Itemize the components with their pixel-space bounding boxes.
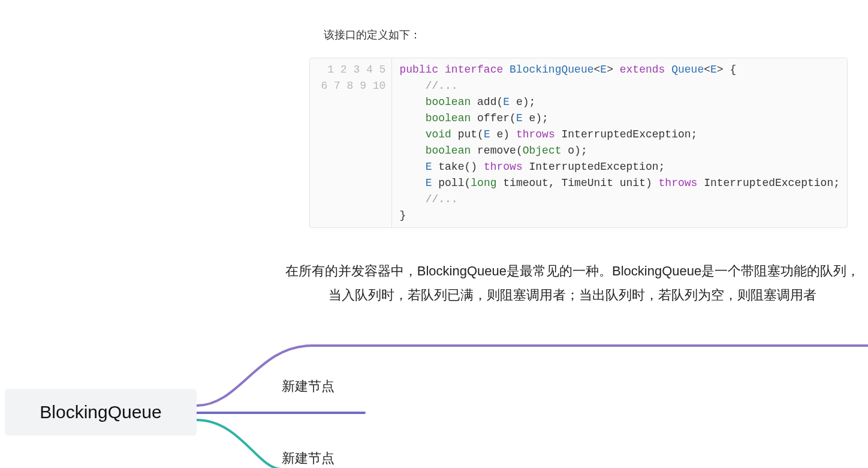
description-text: 在所有的并发容器中，BlockingQueue是最常见的一种。BlockingQ… bbox=[282, 259, 863, 307]
mindmap-root-label: BlockingQueue bbox=[40, 402, 161, 422]
mindmap-child-label: 新建节点 bbox=[282, 451, 334, 466]
mindmap-canvas: 该接口的定义如下： 1 2 3 4 5 6 7 8 9 10 public in… bbox=[0, 0, 868, 468]
code-body: public interface BlockingQueue<E> extend… bbox=[392, 58, 847, 227]
branch-bot bbox=[197, 420, 364, 468]
mindmap-root-node[interactable]: BlockingQueue bbox=[5, 389, 197, 436]
mindmap-child-node[interactable]: 新建节点 bbox=[282, 377, 334, 395]
intro-text: 该接口的定义如下： bbox=[324, 28, 421, 42]
code-block: 1 2 3 4 5 6 7 8 9 10 public interface Bl… bbox=[309, 58, 848, 228]
mindmap-child-node[interactable]: 新建节点 bbox=[282, 449, 334, 467]
mindmap-child-label: 新建节点 bbox=[282, 379, 334, 394]
branch-top bbox=[197, 346, 868, 406]
code-gutter: 1 2 3 4 5 6 7 8 9 10 bbox=[310, 58, 392, 227]
